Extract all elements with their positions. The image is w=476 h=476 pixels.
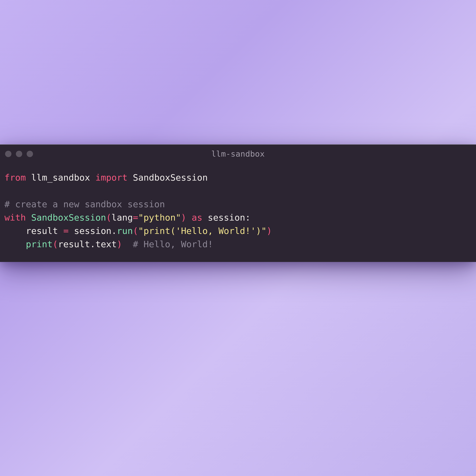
comment: # create a new sandbox session: [4, 199, 165, 209]
kwarg-name: lang: [111, 212, 133, 223]
window-title: llm-sandbox: [0, 149, 476, 158]
module-name: llm_sandbox: [31, 172, 90, 183]
comment: # Hello, World!: [133, 239, 213, 249]
window-titlebar: llm-sandbox: [0, 145, 476, 163]
variable: result: [26, 226, 58, 236]
window-controls: [5, 151, 33, 157]
paren-open: (: [106, 212, 112, 223]
colon: :: [245, 212, 251, 223]
paren-close: ): [117, 239, 122, 249]
variable: session: [208, 212, 245, 223]
keyword-with: with: [4, 212, 26, 223]
close-icon[interactable]: [5, 151, 11, 157]
background-spacer: [0, 0, 476, 144]
keyword-as: as: [192, 212, 202, 223]
minimize-icon[interactable]: [16, 151, 22, 157]
function-call: print: [26, 239, 53, 249]
class-name: SandboxSession: [133, 172, 208, 183]
constructor-call: SandboxSession: [31, 212, 106, 223]
object: session: [74, 226, 111, 236]
string-literal: "print('Hello, World!')": [138, 226, 267, 236]
attribute: text: [95, 239, 117, 249]
whitespace: [122, 239, 133, 249]
indent: [4, 226, 26, 236]
paren-close: ): [181, 212, 187, 223]
code-editor[interactable]: from llm_sandbox import SandboxSession #…: [0, 163, 476, 262]
paren-open: (: [52, 239, 58, 249]
zoom-icon[interactable]: [27, 151, 33, 157]
method-call: run: [117, 226, 133, 236]
equals: =: [133, 212, 138, 223]
string-literal: "python": [138, 212, 181, 223]
paren-close: ): [267, 226, 272, 236]
dot: .: [111, 226, 117, 236]
keyword-from: from: [4, 172, 26, 183]
keyword-import: import: [95, 172, 127, 183]
paren-open: (: [133, 226, 138, 236]
indent: [4, 239, 26, 249]
code-window: llm-sandbox from llm_sandbox import Sand…: [0, 144, 476, 262]
object: result: [58, 239, 90, 249]
dot: .: [90, 239, 95, 249]
equals: =: [63, 226, 69, 236]
